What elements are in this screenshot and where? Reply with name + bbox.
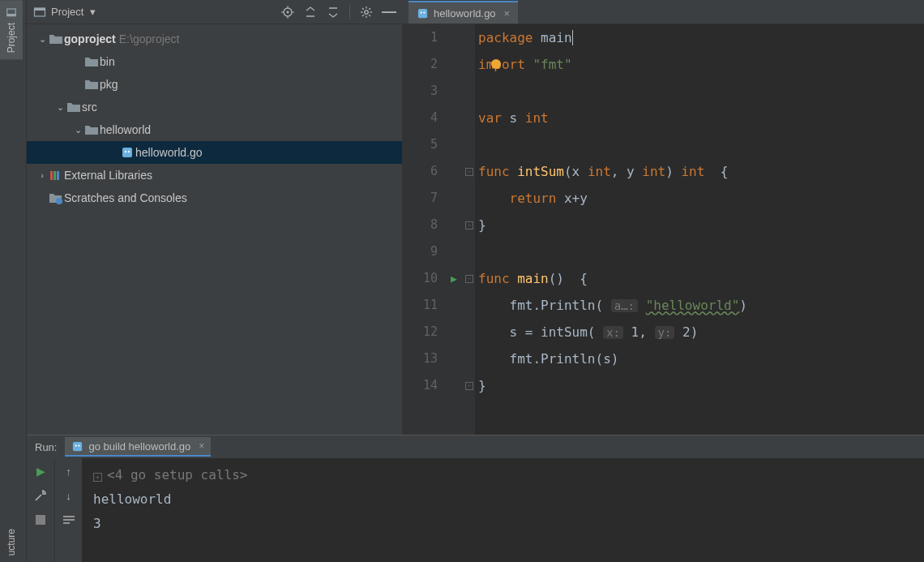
tree-external-libraries[interactable]: › External Libraries <box>27 164 402 187</box>
folder-icon <box>48 33 64 45</box>
svg-line-17 <box>362 15 364 16</box>
code-token: ) <box>665 164 681 179</box>
gear-icon[interactable] <box>360 6 373 19</box>
tree-external-libs-label: External Libraries <box>64 169 152 182</box>
sidebar-tab-structure[interactable]: ucture <box>0 522 23 562</box>
tool-window-strip: Project ucture <box>0 0 27 562</box>
folder-icon <box>83 56 100 67</box>
run-tools-primary: ▶ <box>27 458 54 562</box>
code-token: main <box>517 271 549 286</box>
param-hint: a…: <box>611 299 638 312</box>
svg-point-21 <box>128 151 130 152</box>
code-token: int <box>681 164 704 179</box>
project-tree[interactable]: ⌄ goproject E:\goproject bin pkg ⌄ src ⌄… <box>27 24 402 212</box>
close-icon[interactable]: × <box>199 440 204 452</box>
tree-item-helloworld-file[interactable]: helloworld.go <box>27 141 402 164</box>
tree-item-src[interactable]: ⌄ src <box>27 96 402 118</box>
svg-point-28 <box>423 11 425 13</box>
wrench-icon[interactable] <box>34 489 47 502</box>
run-tab-label: go build helloworld.go <box>88 440 190 453</box>
code-token: } <box>478 378 486 393</box>
code-token: package <box>478 30 541 45</box>
code-token: func <box>478 271 517 286</box>
code-token: "helloworld" <box>646 298 740 313</box>
code-token: "fmt" <box>533 57 571 72</box>
code-token: { <box>704 164 728 179</box>
svg-rect-26 <box>418 8 427 17</box>
sidebar-tab-project[interactable]: Project <box>0 0 23 59</box>
editor-area: helloworld.go × 1 2 3 4 5 6− 7 8− 9 10▶−… <box>402 0 924 435</box>
close-icon[interactable]: × <box>504 7 511 19</box>
code-token: x+y <box>564 191 588 206</box>
lineno: 13 <box>402 345 447 372</box>
soft-wrap-icon[interactable] <box>62 513 75 526</box>
fold-icon[interactable]: − <box>465 168 473 176</box>
tree-item-pkg[interactable]: pkg <box>27 73 402 96</box>
tree-item-helloworld-dir[interactable]: ⌄ helloworld <box>27 118 402 141</box>
fold-icon[interactable]: − <box>465 275 473 283</box>
code-token: fmt.Println(s) <box>510 351 619 367</box>
svg-point-25 <box>56 198 62 204</box>
editor-tab-label: helloworld.go <box>434 7 496 19</box>
run-icon[interactable]: ▶ <box>34 465 47 478</box>
expand-all-icon[interactable] <box>304 6 317 19</box>
svg-point-5 <box>287 11 289 13</box>
tree-item-bin[interactable]: bin <box>27 50 402 73</box>
code-token: s = intSum( <box>510 324 604 340</box>
code-token: () { <box>549 271 588 286</box>
scratches-icon <box>48 191 64 204</box>
go-file-icon <box>417 7 429 19</box>
svg-rect-23 <box>53 171 56 180</box>
code-token: , <box>639 324 654 340</box>
run-tools-secondary: ↑ ↓ <box>54 458 82 562</box>
svg-point-27 <box>421 11 422 13</box>
run-gutter-icon[interactable]: ▶ <box>451 265 457 292</box>
code-token: ) <box>691 324 699 340</box>
chevron-right-icon[interactable]: › <box>36 170 48 180</box>
svg-point-20 <box>125 151 126 152</box>
project-panel-title[interactable]: Project ▾ <box>33 6 96 19</box>
folder-icon <box>66 101 82 113</box>
editor-gutter[interactable]: 1 2 3 4 5 6− 7 8− 9 10▶− 11 12 13 14− <box>402 24 475 435</box>
run-label: Run: <box>35 441 57 453</box>
tree-root-label: goproject <box>64 32 116 45</box>
fold-icon[interactable]: − <box>465 382 473 390</box>
param-hint: x: <box>603 326 623 339</box>
arrow-up-icon[interactable]: ↑ <box>62 465 75 478</box>
arrow-down-icon[interactable]: ↓ <box>62 489 75 502</box>
chevron-down-icon[interactable]: ⌄ <box>54 102 66 113</box>
go-file-icon <box>71 440 83 453</box>
lineno: 6 <box>402 158 447 185</box>
lineno: 4 <box>402 105 447 131</box>
svg-rect-29 <box>73 441 82 450</box>
fold-icon[interactable]: + <box>93 473 102 482</box>
hide-icon[interactable]: — <box>383 6 396 19</box>
locate-icon[interactable] <box>281 6 294 19</box>
lineno: 11 <box>402 292 447 319</box>
separator <box>349 5 350 19</box>
chevron-down-icon[interactable]: ⌄ <box>72 125 83 135</box>
svg-rect-32 <box>36 515 45 525</box>
collapse-all-icon[interactable] <box>327 6 340 19</box>
editor-code[interactable]: package main import "fmt" var s int func… <box>475 24 924 435</box>
svg-line-15 <box>362 8 364 10</box>
svg-rect-22 <box>50 171 53 180</box>
tree-scratches[interactable]: Scratches and Consoles <box>27 187 402 209</box>
run-fold-text: <4 go setup calls> <box>107 467 247 483</box>
folder-icon <box>83 79 100 90</box>
run-tab[interactable]: go build helloworld.go × <box>65 437 211 457</box>
tree-root[interactable]: ⌄ goproject E:\goproject <box>27 28 402 50</box>
code-token: 2 <box>674 324 690 340</box>
editor-tab-helloworld[interactable]: helloworld.go × <box>409 1 518 24</box>
lineno: 2 <box>402 51 447 78</box>
sidebar-project-label: Project <box>6 23 17 53</box>
svg-line-16 <box>369 15 370 16</box>
fold-icon[interactable]: − <box>465 221 473 230</box>
run-console-output[interactable]: +<4 go setup calls> helloworld 3 <box>82 458 924 562</box>
tree-helloworld-dir-label: helloworld <box>100 123 151 136</box>
chevron-down-icon[interactable]: ⌄ <box>36 34 48 45</box>
tree-bin-label: bin <box>100 55 115 68</box>
warning-icon[interactable] <box>491 59 501 69</box>
stop-icon[interactable] <box>34 513 47 526</box>
code-token: int <box>642 164 665 179</box>
